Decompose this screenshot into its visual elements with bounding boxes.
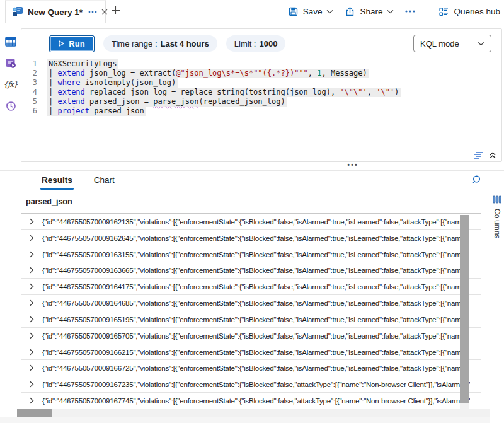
code-line[interactable]: 3| where isnotempty(json_log) — [21, 78, 501, 88]
queries-hub-icon — [438, 6, 449, 17]
row-json-text: {"id":"4467550570009167745","violations"… — [42, 397, 470, 405]
row-json-text: {"id":"4467550570009165705","violations"… — [42, 332, 469, 340]
code-line[interactable]: 6| project parsed_json — [21, 107, 501, 116]
tables-icon[interactable] — [0, 31, 21, 52]
editor-corner-tools — [474, 151, 496, 159]
save-chevron-down-icon[interactable] — [326, 9, 333, 14]
row-expand-chevron-icon[interactable] — [21, 349, 42, 356]
code-line-text: | where isnotempty(json_log) — [47, 78, 178, 88]
query-tab[interactable]: New Query 1* — [5, 0, 106, 23]
row-expand-chevron-icon[interactable] — [21, 299, 42, 306]
code-lines[interactable]: 1NGXSecurityLogs2| extend json_log = ext… — [21, 59, 501, 116]
queries-hub-button[interactable]: Queries hub — [438, 6, 500, 17]
row-json-text: {"id":"4467550570009163155","violations"… — [42, 250, 469, 258]
vertical-scrollbar-thumb[interactable] — [460, 215, 469, 403]
row-expand-chevron-icon[interactable] — [21, 381, 42, 388]
limit-pill[interactable]: Limit : 1000 — [226, 35, 286, 52]
run-button[interactable]: Run — [49, 35, 94, 52]
adx-logo-icon — [12, 6, 23, 18]
row-json-text: {"id":"4467550570009166725","violations"… — [42, 364, 469, 372]
limit-label: Limit : — [234, 39, 256, 49]
save-button[interactable]: Save — [288, 6, 334, 17]
results-panel: Results Chart parsed_json {"id":"4467550… — [0, 170, 504, 423]
row-expand-chevron-icon[interactable] — [21, 364, 42, 371]
share-label: Share — [360, 7, 382, 16]
table-row[interactable]: {"id":"4467550570009162645","violations"… — [21, 230, 481, 246]
table-row[interactable]: {"id":"4467550570009165705","violations"… — [21, 328, 481, 344]
time-range-pill[interactable]: Time range : Last 4 hours — [103, 35, 217, 52]
query-tab-title: New Query 1* — [28, 8, 83, 17]
row-expand-chevron-icon[interactable] — [21, 251, 42, 258]
share-chevron-down-icon[interactable] — [387, 9, 394, 14]
row-json-text: {"id":"4467550570009164175","violations"… — [42, 282, 469, 291]
collapse-editor-icon[interactable] — [489, 151, 496, 159]
query-tab-bar: New Query 1* Save — [0, 0, 504, 23]
row-expand-chevron-icon[interactable] — [21, 267, 42, 274]
horizontal-scrollbar-thumb[interactable] — [17, 409, 52, 417]
row-expand-chevron-icon[interactable] — [21, 397, 42, 404]
share-icon — [345, 6, 355, 17]
code-line[interactable]: 4| extend replaced_json_log = replace_st… — [21, 88, 501, 97]
queries-hub-label: Queries hub — [454, 7, 500, 16]
share-button[interactable]: Share — [345, 6, 394, 17]
table-row[interactable]: {"id":"4467550570009167235","violations"… — [21, 376, 481, 393]
row-expand-chevron-icon[interactable] — [21, 283, 42, 290]
columns-panel-tab[interactable]: Columns — [490, 190, 504, 423]
column-header-label: parsed_json — [26, 197, 72, 206]
saved-queries-icon[interactable] — [0, 52, 21, 74]
row-expand-chevron-icon[interactable] — [21, 332, 42, 339]
table-row[interactable]: {"id":"4467550570009165195","violations"… — [21, 311, 481, 328]
code-line-text: | project parsed_json — [47, 107, 146, 116]
column-header-parsed-json[interactable]: parsed_json — [21, 190, 481, 214]
table-row[interactable]: {"id":"4467550570009166215","violations"… — [21, 344, 481, 361]
horizontal-scrollbar[interactable] — [17, 409, 490, 417]
results-tab-bar: Results Chart — [21, 171, 504, 190]
vertical-scrollbar[interactable] — [460, 215, 469, 410]
table-row[interactable]: {"id":"4467550570009163665","violations"… — [21, 262, 481, 279]
header-divider — [427, 4, 427, 18]
row-json-text: {"id":"4467550570009167235","violations"… — [42, 380, 470, 388]
adx-query-window: New Query 1* Save — [0, 0, 504, 423]
query-history-icon[interactable] — [0, 95, 21, 117]
line-number: 2 — [21, 69, 47, 78]
row-expand-chevron-icon[interactable] — [21, 235, 42, 241]
panel-splitter-handle[interactable]: ••• — [340, 161, 365, 168]
tab-more-icon[interactable] — [88, 11, 97, 13]
time-range-value: Last 4 hours — [161, 39, 209, 49]
columns-icon — [493, 195, 501, 204]
limit-value: 1000 — [259, 39, 277, 49]
tab-results[interactable]: Results — [40, 175, 74, 190]
table-row[interactable]: {"id":"4467550570009167745","violations"… — [21, 393, 481, 409]
table-row[interactable]: {"id":"4467550570009166725","violations"… — [21, 360, 481, 376]
table-row[interactable]: {"id":"4467550570009164685","violations"… — [21, 295, 481, 311]
row-expand-chevron-icon[interactable] — [21, 316, 42, 323]
code-line-text: NGXSecurityLogs — [47, 59, 118, 69]
search-icon[interactable] — [472, 175, 483, 188]
time-range-label: Time range : — [112, 39, 158, 49]
code-line[interactable]: 1NGXSecurityLogs — [21, 59, 501, 69]
table-row[interactable]: {"id":"4467550570009163155","violations"… — [21, 246, 481, 263]
table-row[interactable]: {"id":"4467550570009164175","violations"… — [21, 279, 481, 295]
code-line[interactable]: 5| extend parsed_json = parse_json(repla… — [21, 97, 501, 107]
format-lines-icon[interactable] — [474, 151, 484, 159]
row-json-text: {"id":"4467550570009166215","violations"… — [42, 348, 469, 356]
new-tab-button[interactable] — [111, 6, 120, 18]
more-actions-icon[interactable] — [405, 10, 415, 13]
row-expand-chevron-icon[interactable] — [21, 218, 42, 225]
line-number: 3 — [21, 78, 47, 88]
save-label: Save — [303, 7, 323, 16]
row-json-text: {"id":"4467550570009162135","violations"… — [42, 217, 469, 226]
kql-mode-dropdown[interactable]: KQL mode — [413, 35, 491, 52]
code-line[interactable]: 2| extend json_log = extract(@"json_log\… — [21, 69, 501, 78]
table-row[interactable]: {"id":"4467550570009162135","violations"… — [21, 214, 481, 230]
functions-icon[interactable]: {ƒx} — [0, 74, 21, 95]
tab-chart[interactable]: Chart — [93, 175, 116, 190]
kql-mode-value: KQL mode — [420, 39, 459, 49]
save-icon — [288, 6, 299, 17]
header-actions: Save Share — [288, 0, 500, 23]
columns-panel-label: Columns — [493, 209, 501, 238]
line-number: 5 — [21, 97, 47, 107]
run-label: Run — [69, 39, 84, 49]
line-number: 1 — [21, 59, 47, 69]
tab-close-icon[interactable] — [101, 9, 108, 15]
